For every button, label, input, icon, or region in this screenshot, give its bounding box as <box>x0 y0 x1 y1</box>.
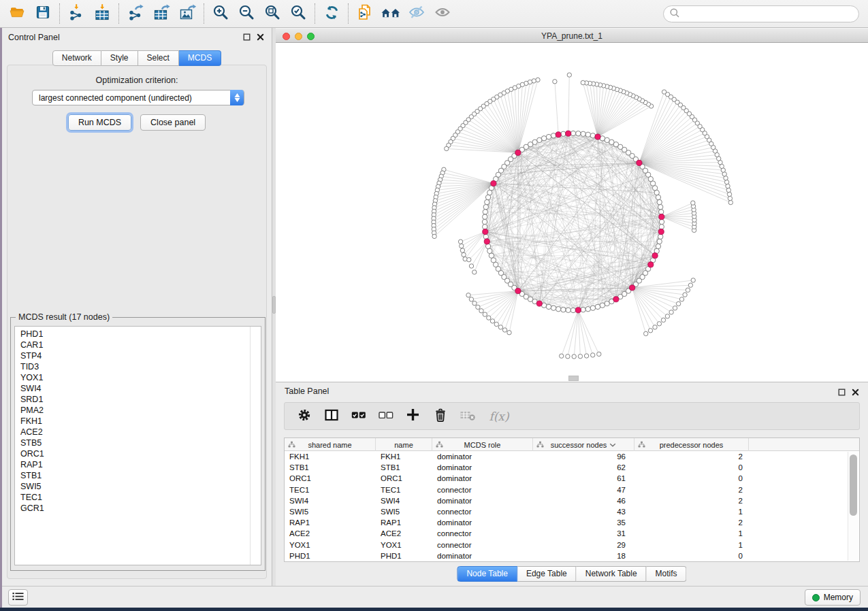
copy-style-button[interactable] <box>352 1 378 26</box>
table-vscroll[interactable] <box>848 452 858 561</box>
cell-successors[interactable]: 46 <box>533 497 634 505</box>
cell-successors[interactable]: 35 <box>533 518 634 527</box>
cell-role[interactable]: dominator <box>432 463 533 472</box>
table-row[interactable]: SWI5SWI5connector431 <box>285 506 848 517</box>
column-header-predecessor-nodes[interactable]: predecessor nodes <box>634 438 749 451</box>
mcds-result-item[interactable]: STB1 <box>20 470 261 481</box>
mcds-result-item[interactable]: ACE2 <box>20 427 261 437</box>
cell-role[interactable]: dominator <box>432 474 533 482</box>
tab-mcds[interactable]: MCDS <box>179 50 221 66</box>
table-row[interactable]: STB1STB1dominator620 <box>285 462 848 473</box>
tab-select[interactable]: Select <box>138 50 179 66</box>
mcds-result-item[interactable]: ORC1 <box>20 448 261 459</box>
cell-predecessors[interactable]: 2 <box>634 452 749 461</box>
cell-role[interactable]: connector <box>432 508 533 516</box>
cell-predecessors[interactable]: 2 <box>634 486 749 494</box>
float-panel-button[interactable] <box>242 33 251 42</box>
cell-shared-name[interactable]: SWI4 <box>285 497 376 505</box>
mcds-result-item[interactable]: PHD1 <box>20 329 261 340</box>
refresh-button[interactable] <box>319 1 344 26</box>
table-row[interactable]: YOX1YOX1connector291 <box>285 540 848 550</box>
cell-role[interactable]: connector <box>432 529 533 538</box>
table-vscroll-thumb[interactable] <box>850 455 857 516</box>
mcds-result-item[interactable]: CAR1 <box>20 340 261 350</box>
column-header-successor-nodes[interactable]: successor nodes <box>533 438 634 451</box>
network-graph[interactable] <box>276 44 868 382</box>
run-mcds-button[interactable]: Run MCDS <box>68 114 131 131</box>
column-layout-button[interactable] <box>322 408 340 425</box>
cell-role[interactable]: connector <box>432 486 533 494</box>
create-column-button[interactable] <box>404 408 422 425</box>
mcds-result-item[interactable]: TEC1 <box>20 492 261 503</box>
mcds-result-item[interactable]: SWI5 <box>20 481 261 492</box>
tab-motifs[interactable]: Motifs <box>647 566 687 582</box>
mcds-result-list[interactable]: PHD1CAR1STP4TID3YOX1SWI4SRD1PMA2FKH1ACE2… <box>14 326 261 565</box>
cell-role[interactable]: connector <box>432 541 533 549</box>
cell-predecessors[interactable]: 2 <box>634 497 749 505</box>
cell-name[interactable]: YOX1 <box>376 541 432 549</box>
search-input[interactable] <box>680 7 858 21</box>
table-row[interactable]: SWI4SWI4dominator462 <box>285 495 848 506</box>
cell-name[interactable]: STB1 <box>376 463 432 472</box>
mcds-result-item[interactable]: RAP1 <box>20 459 261 470</box>
mcds-result-item[interactable]: STP4 <box>20 350 261 361</box>
table-row[interactable]: ACE2ACE2connector311 <box>285 528 848 539</box>
network-canvas[interactable] <box>276 44 868 382</box>
zoom-in-button[interactable] <box>208 1 234 26</box>
table-settings-button[interactable] <box>295 408 313 425</box>
cell-name[interactable]: RAP1 <box>376 518 432 527</box>
cell-role[interactable]: dominator <box>432 518 533 527</box>
table-row[interactable]: FKH1FKH1dominator962 <box>285 451 848 462</box>
cell-successors[interactable]: 29 <box>533 541 634 549</box>
show-panels-list-button[interactable] <box>8 589 28 606</box>
cell-successors[interactable]: 18 <box>533 552 634 560</box>
cell-predecessors[interactable]: 2 <box>634 518 749 527</box>
tab-network-table[interactable]: Network Table <box>577 566 647 582</box>
cell-name[interactable]: TEC1 <box>376 486 432 494</box>
select-all-columns-button[interactable] <box>349 408 368 425</box>
cell-predecessors[interactable]: 1 <box>634 508 749 516</box>
delete-column-button[interactable] <box>431 408 449 425</box>
cell-role[interactable]: dominator <box>432 552 533 560</box>
cell-successors[interactable]: 47 <box>533 486 634 494</box>
close-table-panel-button[interactable] <box>851 388 860 397</box>
cell-successors[interactable]: 62 <box>533 463 634 472</box>
cell-successors[interactable]: 43 <box>533 508 634 516</box>
cell-shared-name[interactable]: TEC1 <box>285 486 376 494</box>
cell-shared-name[interactable]: SWI5 <box>285 508 376 516</box>
column-header-name[interactable]: name <box>376 438 432 451</box>
cell-role[interactable]: dominator <box>432 452 533 461</box>
tab-network[interactable]: Network <box>52 50 101 66</box>
mcds-result-item[interactable]: SWI4 <box>20 383 261 394</box>
mcds-result-item[interactable]: SRD1 <box>20 394 261 405</box>
table-row[interactable]: TEC1TEC1connector472 <box>285 484 848 495</box>
network-hscroll-thumb[interactable] <box>568 376 579 381</box>
export-table-button[interactable] <box>148 1 174 26</box>
import-network-button[interactable] <box>63 1 89 26</box>
table-row[interactable]: RAP1RAP1dominator352 <box>285 517 848 528</box>
first-neighbors-button[interactable] <box>378 1 404 26</box>
save-button[interactable] <box>30 1 56 26</box>
optimization-select[interactable]: largest connected component (undirected) <box>32 90 244 105</box>
column-header-MCDS-role[interactable]: MCDS role <box>432 438 533 451</box>
mcds-result-item[interactable]: YOX1 <box>20 372 261 383</box>
cell-name[interactable]: FKH1 <box>376 452 432 461</box>
zoom-out-button[interactable] <box>234 1 259 26</box>
cell-name[interactable]: SWI4 <box>376 497 432 505</box>
deselect-all-columns-button[interactable] <box>376 408 395 425</box>
cell-shared-name[interactable]: PHD1 <box>285 552 376 560</box>
open-button[interactable] <box>4 1 30 26</box>
column-header-shared-name[interactable]: shared name <box>285 438 376 451</box>
tab-node-table[interactable]: Node Table <box>457 566 517 582</box>
show-button[interactable] <box>430 1 455 26</box>
close-panel-button[interactable]: Close panel <box>140 114 206 131</box>
close-panel-x-button[interactable] <box>256 33 265 42</box>
zoom-fit-button[interactable] <box>259 1 285 26</box>
cell-name[interactable]: PHD1 <box>376 552 432 560</box>
cell-predecessors[interactable]: 0 <box>634 463 749 472</box>
cell-predecessors[interactable]: 0 <box>634 552 749 560</box>
mcds-result-item[interactable]: GCR1 <box>20 503 261 514</box>
mcds-result-item[interactable]: TID3 <box>20 361 261 372</box>
hide-button[interactable] <box>404 1 430 26</box>
cell-name[interactable]: ORC1 <box>376 474 432 482</box>
